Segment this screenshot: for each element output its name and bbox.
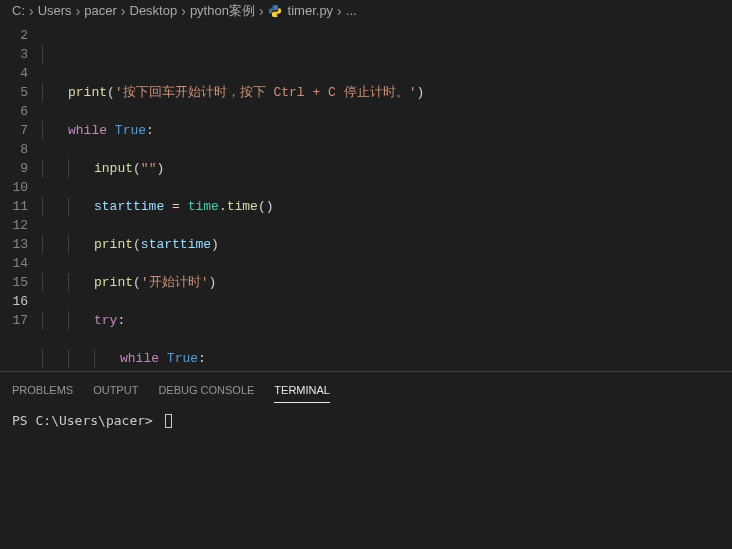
editor[interactable]: 234567891011121314151617 print('按下回车开始计时… <box>0 22 732 371</box>
chevron-right-icon: › <box>29 3 34 19</box>
code-area[interactable]: print('按下回车开始计时，按下 Ctrl + C 停止计时。') whil… <box>42 22 732 371</box>
breadcrumb: C: › Users › pacer › Desktop › python案例 … <box>0 0 732 22</box>
breadcrumb-part[interactable]: C: <box>12 3 25 18</box>
tab-problems[interactable]: PROBLEMS <box>12 380 73 403</box>
breadcrumb-part[interactable]: pacer <box>84 3 117 18</box>
tab-debug-console[interactable]: DEBUG CONSOLE <box>158 380 254 403</box>
breadcrumb-part[interactable]: Desktop <box>130 3 178 18</box>
chevron-right-icon: › <box>121 3 126 19</box>
terminal-prompt: PS C:\Users\pacer> <box>12 413 161 428</box>
chevron-right-icon: › <box>181 3 186 19</box>
bottom-panel: PROBLEMS OUTPUT DEBUG CONSOLE TERMINAL P… <box>0 371 732 549</box>
chevron-right-icon: › <box>76 3 81 19</box>
tab-output[interactable]: OUTPUT <box>93 380 138 403</box>
line-gutter: 234567891011121314151617 <box>0 22 42 371</box>
tab-terminal[interactable]: TERMINAL <box>274 380 330 403</box>
terminal-cursor <box>165 414 172 428</box>
breadcrumb-part[interactable]: python案例 <box>190 2 255 20</box>
breadcrumb-symbol[interactable]: ... <box>346 3 357 18</box>
chevron-right-icon: › <box>337 3 342 19</box>
panel-tabs: PROBLEMS OUTPUT DEBUG CONSOLE TERMINAL <box>0 372 732 403</box>
terminal[interactable]: PS C:\Users\pacer> <box>0 403 732 549</box>
breadcrumb-part[interactable]: Users <box>38 3 72 18</box>
chevron-right-icon: › <box>259 3 264 19</box>
python-file-icon <box>268 4 282 18</box>
breadcrumb-file[interactable]: timer.py <box>288 3 334 18</box>
